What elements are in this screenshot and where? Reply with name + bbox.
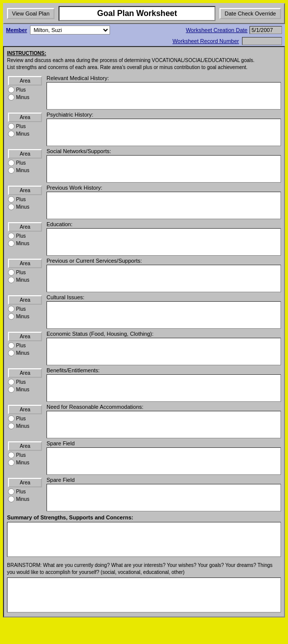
member-select[interactable]: Milton, Suzi bbox=[30, 26, 110, 35]
plus-radio-social-networks[interactable] bbox=[8, 160, 14, 166]
view-goal-plan-button[interactable]: View Goal Plan bbox=[7, 8, 54, 19]
area-right-spare-field-1: Spare Field bbox=[46, 440, 281, 475]
area-controls-previous-current-services: Area Plus Minus bbox=[7, 258, 44, 292]
area-label-psychiatric-history: Psychiatric History: bbox=[46, 112, 281, 118]
plus-radio-spare-field-2[interactable] bbox=[8, 488, 14, 495]
area-button-psychiatric-history[interactable]: Area bbox=[8, 113, 42, 122]
area-controls-social-networks: Area Plus Minus bbox=[7, 148, 44, 183]
area-controls-economic-status: Area Plus Minus bbox=[7, 331, 44, 365]
minus-radio-psychiatric-history[interactable] bbox=[8, 131, 14, 137]
plus-radio-row-spare-field-1: Plus bbox=[8, 452, 26, 458]
area-button-education[interactable]: Area bbox=[8, 222, 42, 232]
plus-radio-economic-status[interactable] bbox=[8, 342, 14, 349]
plus-radio-benefits-entitlements[interactable] bbox=[8, 379, 14, 385]
minus-radio-benefits-entitlements[interactable] bbox=[8, 386, 14, 393]
plus-label-spare-field-2: Plus bbox=[16, 489, 26, 494]
instructions-block: INSTRUCTIONS: Review and discuss each ar… bbox=[7, 50, 281, 71]
minus-label-benefits-entitlements: Minus bbox=[16, 387, 30, 392]
area-button-spare-field-1[interactable]: Area bbox=[8, 441, 42, 451]
plus-radio-relevant-medical-history[interactable] bbox=[8, 87, 14, 93]
area-textarea-spare-field-1[interactable] bbox=[46, 447, 281, 475]
area-section-benefits-entitlements: Area Plus Minus Benefits/Entitlements: bbox=[7, 367, 281, 402]
minus-radio-economic-status[interactable] bbox=[8, 350, 14, 356]
area-button-cultural-issues[interactable]: Area bbox=[8, 295, 42, 305]
worksheet-record-number-input[interactable] bbox=[242, 37, 282, 45]
area-controls-relevant-medical-history: Area Plus Minus bbox=[7, 75, 44, 110]
area-button-benefits-entitlements[interactable]: Area bbox=[8, 368, 42, 378]
minus-radio-reasonable-accommodations[interactable] bbox=[8, 423, 14, 429]
minus-radio-previous-work-history[interactable] bbox=[8, 204, 14, 210]
plus-label-economic-status: Plus bbox=[16, 343, 26, 348]
area-section-economic-status: Area Plus Minus Economic Status (Food, H… bbox=[7, 331, 281, 365]
minus-radio-row-previous-work-history: Minus bbox=[8, 204, 30, 210]
date-check-override-button[interactable]: Date Check Override bbox=[220, 8, 281, 19]
plus-label-reasonable-accommodations: Plus bbox=[16, 416, 26, 421]
area-textarea-spare-field-2[interactable] bbox=[46, 484, 281, 511]
plus-radio-row-previous-work-history: Plus bbox=[8, 196, 26, 203]
area-section-spare-field-1: Area Plus Minus Spare Field bbox=[7, 440, 281, 475]
area-textarea-psychiatric-history[interactable] bbox=[46, 119, 281, 146]
minus-label-spare-field-1: Minus bbox=[16, 460, 30, 465]
plus-radio-previous-work-history[interactable] bbox=[8, 196, 14, 203]
area-button-reasonable-accommodations[interactable]: Area bbox=[8, 405, 42, 414]
plus-radio-psychiatric-history[interactable] bbox=[8, 123, 14, 130]
minus-radio-education[interactable] bbox=[8, 240, 14, 247]
plus-label-previous-current-services: Plus bbox=[16, 270, 26, 275]
area-label-cultural-issues: Cultural Issues: bbox=[46, 294, 281, 300]
minus-radio-social-networks[interactable] bbox=[8, 167, 14, 174]
area-section-reasonable-accommodations: Area Plus Minus Need for Reasonable Acco… bbox=[7, 404, 281, 438]
page-title: Goal Plan Worksheet bbox=[58, 6, 216, 21]
plus-label-relevant-medical-history: Plus bbox=[16, 87, 26, 93]
minus-radio-cultural-issues[interactable] bbox=[8, 313, 14, 320]
area-textarea-previous-current-services[interactable] bbox=[46, 265, 281, 292]
area-label-spare-field-1: Spare Field bbox=[46, 440, 281, 446]
area-textarea-relevant-medical-history[interactable] bbox=[46, 82, 281, 110]
area-textarea-benefits-entitlements[interactable] bbox=[46, 374, 281, 402]
area-right-cultural-issues: Cultural Issues: bbox=[46, 294, 281, 329]
plus-radio-row-relevant-medical-history: Plus bbox=[8, 87, 26, 93]
plus-radio-cultural-issues[interactable] bbox=[8, 306, 14, 312]
area-section-previous-work-history: Area Plus Minus Previous Work History: bbox=[7, 185, 281, 219]
area-label-social-networks: Social Networks/Supports: bbox=[46, 148, 281, 154]
area-label-economic-status: Economic Status (Food, Housing, Clothing… bbox=[46, 331, 281, 337]
area-textarea-cultural-issues[interactable] bbox=[46, 301, 281, 329]
brainstorm-textarea[interactable] bbox=[7, 577, 281, 612]
minus-label-psychiatric-history: Minus bbox=[16, 131, 30, 137]
minus-radio-row-education: Minus bbox=[8, 240, 30, 247]
minus-radio-row-spare-field-2: Minus bbox=[8, 496, 30, 502]
plus-radio-reasonable-accommodations[interactable] bbox=[8, 415, 14, 422]
minus-label-education: Minus bbox=[16, 241, 30, 246]
minus-radio-spare-field-1[interactable] bbox=[8, 459, 14, 466]
area-button-social-networks[interactable]: Area bbox=[8, 149, 42, 159]
area-button-spare-field-2[interactable]: Area bbox=[8, 478, 42, 487]
area-textarea-reasonable-accommodations[interactable] bbox=[46, 411, 281, 438]
area-textarea-previous-work-history[interactable] bbox=[46, 192, 281, 219]
area-button-previous-work-history[interactable]: Area bbox=[8, 186, 42, 195]
area-right-economic-status: Economic Status (Food, Housing, Clothing… bbox=[46, 331, 281, 365]
minus-radio-row-economic-status: Minus bbox=[8, 350, 30, 356]
area-controls-reasonable-accommodations: Area Plus Minus bbox=[7, 404, 44, 438]
plus-radio-spare-field-1[interactable] bbox=[8, 452, 14, 458]
area-right-relevant-medical-history: Relevant Medical History: bbox=[46, 75, 281, 110]
plus-radio-education[interactable] bbox=[8, 233, 14, 239]
minus-label-cultural-issues: Minus bbox=[16, 314, 30, 319]
plus-label-benefits-entitlements: Plus bbox=[16, 379, 26, 385]
area-textarea-education[interactable] bbox=[46, 228, 281, 256]
brainstorm-section: BRAINSTORM: What are you currently doing… bbox=[7, 562, 281, 613]
plus-label-psychiatric-history: Plus bbox=[16, 124, 26, 129]
area-button-economic-status[interactable]: Area bbox=[8, 332, 42, 341]
area-textarea-social-networks[interactable] bbox=[46, 155, 281, 183]
minus-radio-relevant-medical-history[interactable] bbox=[8, 94, 14, 101]
area-controls-previous-work-history: Area Plus Minus bbox=[7, 185, 44, 219]
minus-radio-spare-field-2[interactable] bbox=[8, 496, 14, 502]
minus-label-relevant-medical-history: Minus bbox=[16, 95, 30, 100]
area-button-previous-current-services[interactable]: Area bbox=[8, 259, 42, 268]
minus-radio-previous-current-services[interactable] bbox=[8, 277, 14, 283]
area-controls-benefits-entitlements: Area Plus Minus bbox=[7, 367, 44, 402]
area-textarea-economic-status[interactable] bbox=[46, 338, 281, 365]
plus-radio-previous-current-services[interactable] bbox=[8, 269, 14, 276]
worksheet-creation-date-input[interactable] bbox=[250, 26, 282, 34]
summary-textarea[interactable] bbox=[7, 522, 281, 557]
worksheet-info: Worksheet Creation Date bbox=[186, 26, 282, 34]
area-button-relevant-medical-history[interactable]: Area bbox=[8, 76, 42, 86]
